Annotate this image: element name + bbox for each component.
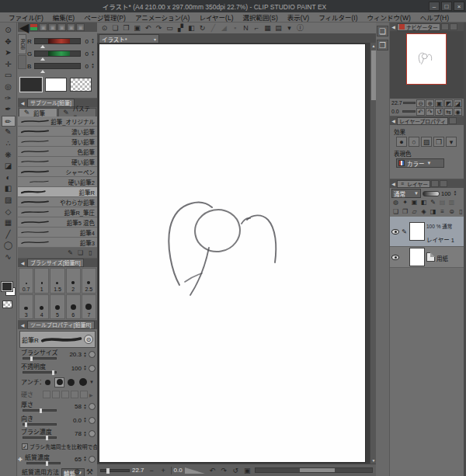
subtool-item[interactable]: 硬い鉛筆	[18, 157, 97, 167]
zoom-tool-icon[interactable]: ⊙	[2, 25, 16, 36]
expression-color-dropdown[interactable]: カラー ▼	[396, 158, 444, 168]
brush-size-cell[interactable]: 1.5	[50, 268, 64, 294]
brush-size-cell[interactable]: 4	[34, 294, 49, 320]
anti-middle-button[interactable]	[66, 377, 76, 387]
navigator-rotation-slider[interactable]	[402, 110, 416, 113]
hardness-step[interactable]	[43, 391, 50, 398]
hardness-step[interactable]	[52, 391, 60, 398]
opacity-slider[interactable]	[23, 371, 57, 374]
create-mask-icon[interactable]: ◈	[419, 208, 428, 216]
maximize-button[interactable]: □	[441, 2, 452, 11]
line-grayed-icon[interactable]: ╱	[208, 23, 218, 33]
brush-size-value[interactable]: 20.3	[68, 351, 82, 358]
material-palette-icon[interactable]: ❏	[377, 26, 388, 36]
layer-row-selected[interactable]: ✎ 100 % 通常レイヤー 1	[390, 217, 464, 247]
opacity-value[interactable]: 100	[68, 365, 82, 372]
nav-flip-vertical-icon[interactable]: ◪	[454, 99, 462, 107]
opacity-slider-icon[interactable]	[423, 191, 440, 196]
brush-density-slider[interactable]	[23, 436, 57, 439]
red-value[interactable]: 0	[82, 38, 89, 45]
fill-icon[interactable]: ◧	[186, 23, 196, 33]
anti-dropdown-icon[interactable]: ▼	[89, 380, 94, 384]
scroll-up-icon[interactable]: ▲	[370, 43, 376, 48]
red-slider[interactable]	[34, 38, 81, 44]
menu-help[interactable]: ヘルプ(H)	[416, 12, 453, 22]
paper-thumbnail[interactable]	[409, 248, 425, 266]
cmyk-tab[interactable]	[18, 55, 26, 69]
pen-tool-icon[interactable]: ✒	[2, 104, 16, 116]
pencil-tool-icon[interactable]: ✏	[2, 116, 16, 127]
merge-down-icon[interactable]: ≡	[438, 208, 447, 216]
scroll-down-icon[interactable]: ▼	[370, 458, 376, 463]
thickness-dynamics-icon[interactable]	[89, 403, 96, 410]
navigator-preview[interactable]	[390, 31, 464, 99]
lock-layer-icon[interactable]: ▣	[410, 199, 419, 207]
eyedropper-tool-icon[interactable]: ✑	[2, 93, 16, 105]
brush-tool-icon[interactable]: ✎	[2, 127, 16, 138]
undo-icon[interactable]: ↶	[143, 23, 153, 33]
snap-special-ruler-icon[interactable]: ⌐	[252, 23, 262, 33]
nav-rotate-left-icon[interactable]: ↶	[416, 108, 425, 116]
subtool-item[interactable]: 鉛筆4	[18, 228, 97, 238]
print-icon[interactable]: ▤	[273, 23, 283, 33]
nav-zoom-in-icon[interactable]: ⊕	[426, 99, 434, 107]
lock-transparent-pixels-icon[interactable]: ◧	[419, 199, 428, 207]
direction-stepper[interactable]: ▲▼	[82, 417, 88, 423]
deselect-icon[interactable]: ▭	[165, 23, 175, 33]
print-dropdown-icon[interactable]: ▾	[284, 23, 294, 33]
figure-tool-icon[interactable]: ◇	[2, 207, 16, 218]
opacity-dynamics-icon[interactable]	[89, 365, 96, 372]
hardness-step[interactable]	[61, 391, 69, 398]
layer-tab[interactable]: ≡レイヤー	[397, 180, 430, 188]
transfer-down-icon[interactable]: ⊜	[447, 208, 456, 216]
anti-weak-button[interactable]	[54, 377, 64, 387]
menu-layer[interactable]: レイヤー(L)	[195, 12, 237, 22]
transparent-color-swatch[interactable]	[2, 301, 12, 308]
visibility-eye-icon[interactable]	[391, 229, 399, 235]
hardness-step[interactable]	[71, 391, 78, 398]
blue-value[interactable]: 0	[82, 63, 89, 70]
airbrush-tool-icon[interactable]: ∴	[2, 138, 16, 150]
menu-page-manage[interactable]: ページ管理(P)	[80, 12, 130, 22]
subview-tab[interactable]	[441, 23, 449, 30]
line-correct-tool-icon[interactable]: ∿	[2, 252, 16, 263]
direction-dynamics-icon[interactable]	[89, 417, 96, 424]
brush-size-cell[interactable]: 2.5	[82, 268, 96, 294]
tab-dropdown-icon[interactable]: ▾	[154, 36, 156, 42]
status-rotate-left-icon[interactable]: ↶	[207, 466, 217, 475]
brush-size-cell[interactable]: 2	[66, 268, 81, 294]
collapse-icon[interactable]: ◀	[391, 118, 396, 123]
brush-size-stepper[interactable]: ▲▼	[82, 352, 88, 358]
layer-search-tab[interactable]	[431, 180, 439, 187]
combine-tips-checkbox[interactable]: ✓	[22, 443, 28, 450]
status-fit-screen-icon[interactable]: ▣	[242, 466, 252, 475]
close-button[interactable]: ×	[454, 2, 464, 11]
brush-size-cell[interactable]: 0.7	[19, 268, 33, 294]
thickness-stepper[interactable]: ▲▼	[82, 404, 88, 410]
brush-size-dynamics-icon[interactable]	[89, 351, 96, 358]
thickness-value[interactable]: 58	[68, 403, 82, 410]
set-reference-grayed-icon[interactable]: ▥	[447, 199, 456, 207]
new-canvas-icon[interactable]: ❏	[110, 23, 120, 33]
collapse-icon[interactable]: ◀	[19, 260, 26, 266]
color-wheel-tab-icon[interactable]: ▣	[39, 23, 47, 31]
horizontal-scroll-thumb[interactable]	[300, 468, 335, 472]
nav-reset-view-icon[interactable]: ⇆	[444, 108, 453, 116]
navigator-tab[interactable]: ナビゲーター	[397, 23, 440, 31]
square-grayed-icon[interactable]: ▪	[230, 23, 240, 33]
delete-layer-icon[interactable]: ▯	[457, 208, 465, 216]
layer-move-tool-icon[interactable]: ✛	[2, 59, 16, 71]
document-tab[interactable]: イラスト* ▾	[99, 34, 159, 43]
new-layer-folder-icon[interactable]: ▱	[410, 208, 419, 216]
subtool-item[interactable]: シャーペン	[18, 167, 97, 177]
set-as-draft-icon[interactable]: ✎	[429, 199, 437, 207]
horizontal-scrollbar[interactable]	[255, 467, 373, 473]
nav-zoom-out-icon[interactable]: ⊖	[416, 99, 425, 107]
collapse-icon[interactable]: ◀	[19, 100, 26, 106]
layer-blend-icon[interactable]: ◍	[391, 199, 400, 207]
redo-icon[interactable]: ↷	[154, 23, 164, 33]
vertical-scrollbar[interactable]: ▲ ▼	[370, 43, 376, 464]
timeline-tab[interactable]	[440, 180, 447, 187]
subtool-item[interactable]: 硬い鉛筆2	[18, 177, 97, 187]
red-stepper[interactable]: ▲▼	[90, 38, 96, 44]
